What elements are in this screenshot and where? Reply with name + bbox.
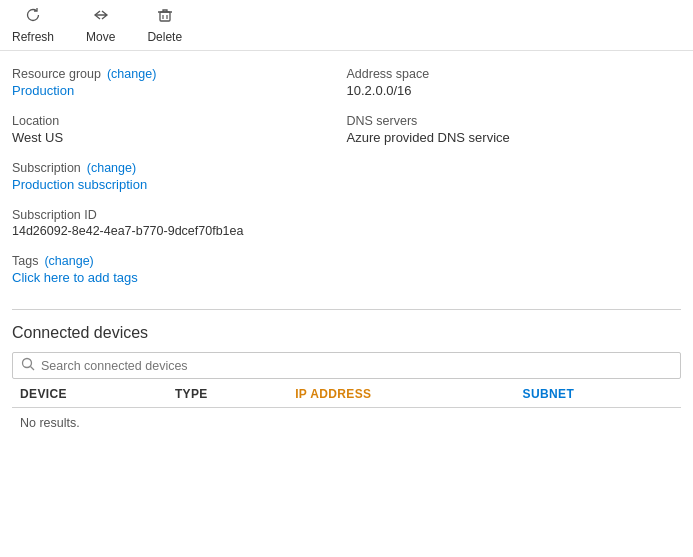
subscription-id-value: 14d26092-8e42-4ea7-b770-9dcef70fb1ea xyxy=(12,224,673,238)
toolbar: Refresh Move Delete xyxy=(0,0,693,51)
subscription-value[interactable]: Production subscription xyxy=(12,177,339,192)
subscription-label: Subscription xyxy=(12,161,81,175)
device-table: DEVICE TYPE IP ADDRESS SUBNET No results… xyxy=(12,379,681,438)
subscription-id-cell: Subscription ID 14d26092-8e42-4ea7-b770-… xyxy=(12,202,681,248)
move-button[interactable]: Move xyxy=(86,6,115,44)
resource-group-cell: Resource group (change) Production xyxy=(12,61,347,108)
resource-group-change-link[interactable]: (change) xyxy=(107,67,156,81)
column-device: DEVICE xyxy=(12,379,167,408)
resource-group-label: Resource group xyxy=(12,67,101,81)
refresh-icon xyxy=(24,6,42,28)
connected-devices-title: Connected devices xyxy=(12,324,681,342)
svg-rect-0 xyxy=(160,12,170,21)
location-label: Location xyxy=(12,114,339,128)
subscription-cell: Subscription (change) Production subscri… xyxy=(12,155,347,202)
tags-value[interactable]: Click here to add tags xyxy=(12,270,339,285)
move-icon xyxy=(92,6,110,28)
connected-devices-section: Connected devices DEVICE TYPE IP ADDRESS… xyxy=(0,310,693,438)
refresh-button[interactable]: Refresh xyxy=(12,6,54,44)
tags-label: Tags xyxy=(12,254,38,268)
location-value: West US xyxy=(12,130,339,145)
dns-servers-value: Azure provided DNS service xyxy=(347,130,674,145)
subscription-right-placeholder xyxy=(347,155,682,202)
info-grid: Resource group (change) Production Addre… xyxy=(0,51,693,295)
resource-group-value[interactable]: Production xyxy=(12,83,339,98)
tags-cell: Tags (change) Click here to add tags xyxy=(12,248,347,295)
dns-servers-label: DNS servers xyxy=(347,114,674,128)
delete-label: Delete xyxy=(147,30,182,44)
address-space-cell: Address space 10.2.0.0/16 xyxy=(347,61,682,108)
subscription-change-link[interactable]: (change) xyxy=(87,161,136,175)
dns-servers-cell: DNS servers Azure provided DNS service xyxy=(347,108,682,155)
search-bar xyxy=(12,352,681,379)
address-space-value: 10.2.0.0/16 xyxy=(347,83,674,98)
refresh-label: Refresh xyxy=(12,30,54,44)
svg-point-3 xyxy=(23,359,32,368)
search-icon xyxy=(21,357,35,374)
no-results-row: No results. xyxy=(12,408,681,439)
no-results-text: No results. xyxy=(12,408,681,439)
delete-button[interactable]: Delete xyxy=(147,6,182,44)
column-ip-address: IP ADDRESS xyxy=(287,379,514,408)
svg-line-4 xyxy=(31,367,35,371)
column-type: TYPE xyxy=(167,379,287,408)
delete-icon xyxy=(156,6,174,28)
move-label: Move xyxy=(86,30,115,44)
search-input[interactable] xyxy=(41,359,672,373)
location-cell: Location West US xyxy=(12,108,347,155)
table-header-row: DEVICE TYPE IP ADDRESS SUBNET xyxy=(12,379,681,408)
tags-change-link[interactable]: (change) xyxy=(44,254,93,268)
subscription-id-label: Subscription ID xyxy=(12,208,673,222)
column-subnet: SUBNET xyxy=(515,379,681,408)
address-space-label: Address space xyxy=(347,67,674,81)
